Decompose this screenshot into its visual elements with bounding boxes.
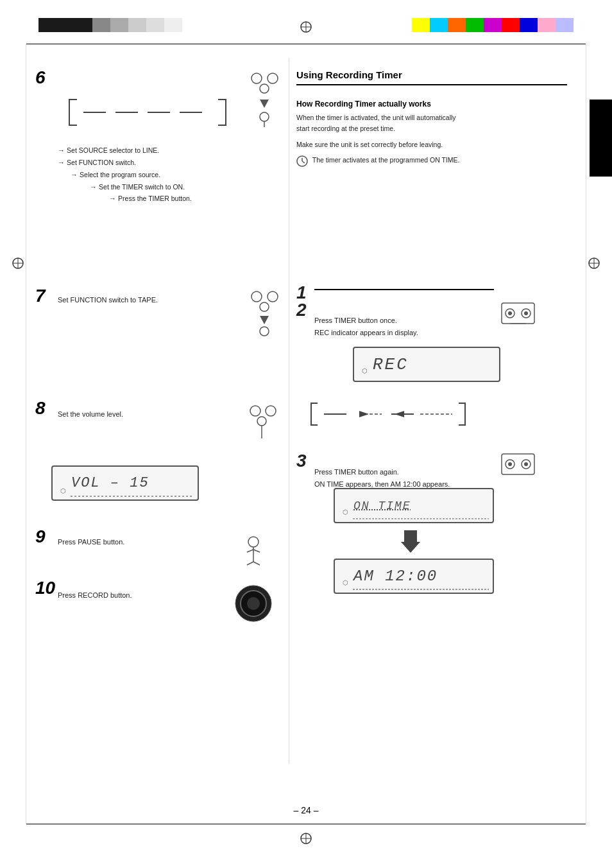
- top-rule-line: [26, 44, 586, 44]
- center-divider: [289, 58, 289, 764]
- svg-rect-37: [502, 303, 534, 324]
- svg-marker-47: [359, 411, 369, 417]
- svg-point-42: [524, 311, 528, 315]
- color-bar: [128, 18, 146, 32]
- color-bar-pink: [538, 18, 556, 32]
- am1200-display-icon: ⬡: [343, 579, 348, 586]
- reg-mark-bottom: [300, 832, 312, 847]
- arrow-down-icon: [401, 530, 420, 555]
- step-8-desc: Set the volume level.: [58, 408, 123, 421]
- left-margin-line: [26, 44, 26, 824]
- step-6-bracket: [64, 93, 231, 134]
- vol-text: VOL – 15: [71, 475, 149, 491]
- timing-bracket-2: [308, 398, 468, 433]
- step-7-number: 7: [35, 286, 46, 306]
- color-bar-yellow: [412, 18, 430, 32]
- svg-marker-54: [401, 530, 420, 553]
- color-bar: [74, 18, 92, 32]
- svg-rect-49: [502, 454, 534, 474]
- svg-point-52: [508, 462, 512, 466]
- step-3-desc: Press TIMER button again. ON TIME appear…: [314, 466, 450, 490]
- color-bar-lavender: [556, 18, 574, 32]
- step-9-icon: [237, 533, 269, 571]
- step-10-number: 10: [35, 578, 55, 598]
- page-number: – 24 –: [294, 805, 319, 815]
- svg-point-28: [248, 537, 259, 547]
- svg-point-25: [266, 406, 276, 416]
- svg-line-31: [253, 550, 260, 552]
- step-8-icons: [237, 403, 285, 447]
- record-button-icon: [234, 584, 273, 625]
- step-6-desc: → Set SOURCE selector to LINE. → Set FUN…: [58, 144, 192, 205]
- svg-point-21: [260, 302, 269, 311]
- section-tab: [590, 100, 612, 177]
- svg-point-24: [250, 406, 260, 416]
- color-bar-orange: [448, 18, 466, 32]
- step-6-icons: [237, 71, 295, 131]
- color-bars-left: [38, 18, 182, 32]
- svg-marker-48: [395, 411, 404, 417]
- color-bar-green: [466, 18, 484, 32]
- svg-point-23: [260, 327, 269, 336]
- svg-point-19: [251, 291, 262, 302]
- color-bar: [146, 18, 164, 32]
- color-bar-red: [502, 18, 520, 32]
- color-bar-cyan: [430, 18, 448, 32]
- section-subtitle: How Recording Timer actually works: [296, 98, 567, 109]
- right-margin-line: [586, 44, 586, 824]
- am1200-display: ⬡ AM 12:00: [334, 559, 494, 594]
- step-3-icon: [500, 451, 536, 480]
- step-3-right-number: 3: [296, 451, 307, 471]
- svg-point-9: [251, 73, 262, 83]
- svg-point-13: [260, 112, 269, 121]
- color-bar: [164, 18, 182, 32]
- svg-marker-22: [260, 316, 269, 324]
- display-icon: ⬡: [60, 487, 66, 494]
- timer-description: When the timer is activated, the unit wi…: [296, 112, 564, 167]
- color-bar-blue: [520, 18, 538, 32]
- svg-point-53: [524, 462, 528, 466]
- bottom-rule-line: [26, 824, 586, 824]
- step-9-number: 9: [35, 526, 46, 547]
- rec-display-icon: ⬡: [362, 367, 368, 374]
- reg-mark-left: [12, 257, 24, 272]
- svg-point-20: [268, 291, 278, 302]
- section-title: Using Recording Timer: [296, 69, 567, 85]
- color-bar: [110, 18, 128, 32]
- color-bar: [92, 18, 110, 32]
- rec-display: ⬡ REC: [353, 347, 500, 382]
- svg-point-36: [247, 597, 260, 610]
- svg-point-10: [268, 73, 278, 83]
- step-7-icons: [237, 289, 295, 340]
- step-8-number: 8: [35, 398, 46, 419]
- svg-point-26: [257, 417, 266, 426]
- svg-point-11: [260, 84, 269, 93]
- step-2-icon: [500, 300, 536, 329]
- svg-line-57: [302, 161, 305, 163]
- step-6-number: 6: [35, 67, 46, 88]
- color-bar: [56, 18, 74, 32]
- step-9-desc: Press PAUSE button.: [58, 536, 124, 548]
- step-divider: [314, 289, 494, 290]
- ontime-display-icon: ⬡: [343, 508, 348, 516]
- reg-mark-top: [300, 21, 312, 36]
- color-bars-right: [412, 18, 574, 32]
- am1200-text: AM 12:00: [353, 568, 438, 585]
- rec-text: REC: [373, 355, 409, 374]
- ontime-text: ON TIME: [353, 499, 411, 512]
- color-bar: [38, 18, 56, 32]
- reg-mark-right: [588, 257, 600, 272]
- svg-line-33: [253, 562, 260, 565]
- step-7-desc: Set FUNCTION switch to TAPE.: [58, 294, 158, 306]
- svg-point-41: [508, 311, 512, 315]
- step-2-desc: Press TIMER button once. REC indicator a…: [314, 315, 418, 338]
- svg-line-32: [247, 562, 253, 565]
- step-10-desc: Press RECORD button.: [58, 589, 132, 602]
- step-2-right-number: 2: [296, 300, 307, 320]
- svg-line-30: [247, 550, 253, 552]
- svg-marker-12: [260, 100, 269, 108]
- vol-display: ⬡ VOL – 15: [51, 465, 199, 501]
- color-bar-magenta: [484, 18, 502, 32]
- ontime-display: ⬡ ON TIME: [334, 488, 494, 523]
